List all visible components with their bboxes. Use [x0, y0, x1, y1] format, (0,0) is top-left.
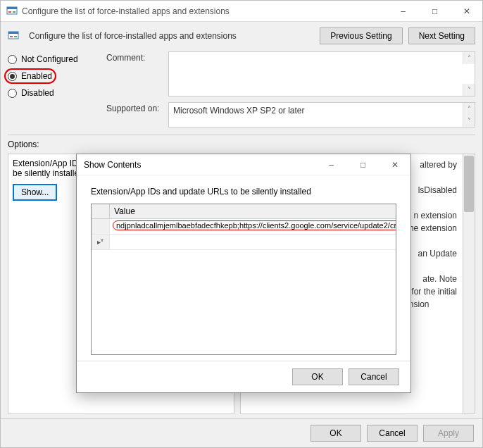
radio-icon	[8, 89, 17, 98]
modal-cancel-button[interactable]: Cancel	[349, 368, 399, 385]
header-row: Configure the list of force-installed ap…	[1, 22, 482, 47]
modal-subtitle: Extension/App IDs and update URLs to be …	[91, 187, 396, 197]
svg-rect-5	[8, 32, 18, 34]
help-fragment: altered by	[420, 160, 457, 170]
comment-label: Comment:	[106, 51, 163, 97]
scroll-down-icon[interactable]: ˅	[463, 84, 475, 96]
comment-value	[169, 52, 463, 96]
close-button[interactable]: ✕	[379, 154, 410, 175]
window-controls: – □ ✕	[387, 1, 482, 21]
supported-textarea: Microsoft Windows XP SP2 or later ˄ ˅	[168, 102, 475, 127]
supported-value: Microsoft Windows XP SP2 or later	[169, 103, 463, 127]
ok-button[interactable]: OK	[310, 425, 361, 442]
maximize-button[interactable]: □	[419, 1, 451, 21]
supported-row: Supported on: Microsoft Windows XP SP2 o…	[106, 102, 475, 127]
modal-footer: OK Cancel	[77, 361, 410, 392]
row-header-corner	[92, 204, 110, 218]
policy-icon	[8, 30, 19, 42]
grid-header: Value	[92, 204, 396, 219]
radio-not-configured[interactable]: Not Configured	[8, 54, 99, 64]
radio-label: Enabled	[21, 71, 52, 81]
field-column: Comment: ˄ ˅ Supported on: Microsoft Win…	[106, 51, 475, 127]
values-grid: Value ndjpnladcallmjemlbaebfadecfhkepb;h…	[91, 204, 396, 355]
options-label: Options:	[1, 135, 482, 151]
state-and-fields: Not Configured Enabled Disabled Comment:…	[1, 47, 482, 130]
minimize-button[interactable]: –	[315, 154, 347, 175]
grid-empty-area	[92, 250, 396, 354]
radio-label: Disabled	[21, 88, 54, 98]
modal-window-controls: – □ ✕	[315, 154, 410, 175]
svg-rect-7	[14, 36, 17, 37]
column-header-value[interactable]: Value	[110, 204, 396, 218]
close-button[interactable]: ✕	[451, 1, 482, 21]
radio-icon	[8, 55, 17, 64]
row-header	[92, 219, 110, 234]
show-button[interactable]: Show...	[13, 184, 57, 201]
show-contents-dialog: Show Contents – □ ✕ Extension/App IDs an…	[76, 154, 411, 393]
value-text: ndjpnladcallmjemlbaebfadecfhkepb;https:/…	[113, 220, 396, 230]
titlebar: Configure the list of force-installed ap…	[1, 1, 482, 22]
next-setting-button[interactable]: Next Setting	[408, 27, 475, 44]
svg-rect-3	[13, 11, 15, 13]
svg-rect-1	[7, 7, 17, 9]
value-cell-empty[interactable]	[110, 235, 396, 249]
app-icon	[6, 6, 18, 17]
help-scrollbar[interactable]	[463, 154, 475, 414]
radio-label: Not Configured	[21, 54, 78, 64]
window-title: Configure the list of force-installed ap…	[22, 6, 387, 16]
help-fragment: n extension	[414, 211, 457, 220]
scroll-up-icon[interactable]: ˄	[463, 103, 475, 115]
maximize-button[interactable]: □	[347, 154, 379, 175]
apply-button[interactable]: Apply	[423, 425, 474, 442]
help-fragment: lsDisabled	[418, 185, 457, 195]
modal-body: Extension/App IDs and update URLs to be …	[77, 175, 410, 361]
table-row[interactable]: ndjpnladcallmjemlbaebfadecfhkepb;https:/…	[92, 219, 396, 235]
help-fragment: for the initial	[411, 287, 457, 297]
page-title: Configure the list of force-installed ap…	[29, 31, 314, 41]
supported-label: Supported on:	[106, 102, 163, 127]
help-fragment: ate. Note	[422, 274, 457, 284]
dialog-footer: OK Cancel Apply	[1, 418, 482, 447]
scrollbar-thumb[interactable]	[464, 156, 474, 212]
scroll-down-icon[interactable]: ˅	[463, 115, 475, 127]
value-cell[interactable]: ndjpnladcallmjemlbaebfadecfhkepb;https:/…	[110, 219, 396, 234]
modal-title: Show Contents	[84, 160, 315, 170]
radio-enabled[interactable]: Enabled	[8, 71, 99, 81]
state-radio-group: Not Configured Enabled Disabled	[8, 51, 99, 127]
radio-icon	[8, 72, 17, 81]
modal-titlebar: Show Contents – □ ✕	[77, 154, 410, 175]
previous-setting-button[interactable]: Previous Setting	[320, 27, 402, 44]
cancel-button[interactable]: Cancel	[367, 425, 418, 442]
svg-rect-6	[10, 36, 13, 37]
minimize-button[interactable]: –	[387, 1, 419, 21]
help-fragment: he extension	[409, 223, 457, 233]
comment-textarea[interactable]: ˄ ˅	[168, 51, 475, 97]
new-row-marker-icon: ▸*	[92, 235, 110, 249]
new-row[interactable]: ▸*	[92, 235, 396, 250]
radio-disabled[interactable]: Disabled	[8, 88, 99, 98]
svg-rect-2	[8, 11, 11, 13]
scroll-up-icon[interactable]: ˄	[463, 52, 475, 64]
modal-ok-button[interactable]: OK	[292, 368, 343, 385]
help-fragment: an Update	[418, 249, 457, 259]
comment-row: Comment: ˄ ˅	[106, 51, 475, 97]
